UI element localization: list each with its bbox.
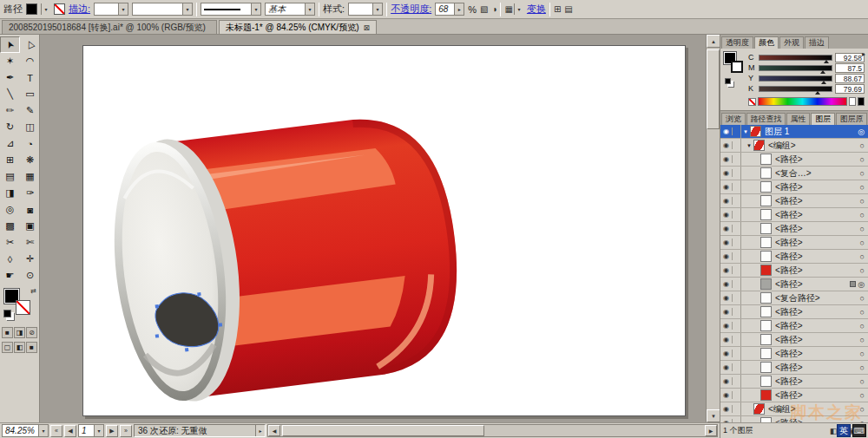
- eyedropper-tool[interactable]: ✑: [20, 185, 40, 201]
- channel-slider[interactable]: [759, 55, 832, 61]
- artboard[interactable]: [82, 45, 686, 416]
- lock-column[interactable]: [733, 416, 741, 422]
- lock-column[interactable]: [733, 361, 741, 374]
- target-circle-icon[interactable]: [860, 197, 865, 206]
- brush-dropdown[interactable]: ▾: [201, 3, 261, 16]
- slider-marker-icon[interactable]: [815, 91, 820, 95]
- slice-tool[interactable]: ✂: [0, 234, 20, 251]
- vertical-scrollbar[interactable]: ▲ ▼: [706, 35, 720, 422]
- line-segment-tool[interactable]: ╲: [0, 86, 20, 102]
- horizontal-scrollbar[interactable]: ◀ ▶: [267, 424, 718, 437]
- lock-column[interactable]: [733, 319, 741, 332]
- color-panel-stroke-swatch[interactable]: [731, 61, 743, 73]
- live-paint-selection-tool[interactable]: ▩: [0, 218, 20, 234]
- target-circle-icon[interactable]: [860, 336, 865, 344]
- visibility-eye-icon[interactable]: ◉: [720, 197, 733, 205]
- last-page-icon[interactable]: »: [120, 425, 132, 437]
- transform-link[interactable]: 变换: [527, 3, 546, 16]
- visibility-eye-icon[interactable]: ◉: [720, 336, 733, 343]
- chevron-down-icon[interactable]: ▾: [251, 3, 260, 15]
- canvas-area[interactable]: ▲ ▼: [40, 35, 720, 422]
- visibility-eye-icon[interactable]: ◉: [720, 127, 733, 135]
- none-swatch-icon[interactable]: [748, 98, 756, 106]
- graph-tool[interactable]: ▤: [0, 168, 20, 185]
- target-circle-icon[interactable]: [858, 280, 865, 289]
- opacity-mask-icon[interactable]: ◑: [491, 4, 496, 14]
- visibility-eye-icon[interactable]: ◉: [720, 239, 733, 246]
- visibility-eye-icon[interactable]: ◉: [720, 322, 733, 330]
- keyboard-icon[interactable]: ⌨: [852, 424, 866, 437]
- stroke-profile-dropdown[interactable]: ▾: [132, 3, 193, 16]
- target-circle-icon[interactable]: [860, 294, 865, 303]
- tab-layers[interactable]: 图层: [811, 113, 835, 125]
- target-circle-icon[interactable]: [860, 155, 865, 164]
- layer-row[interactable]: ◉ <路径>: [720, 416, 868, 422]
- expander-icon[interactable]: [741, 129, 750, 134]
- visibility-eye-icon[interactable]: ◉: [720, 405, 733, 413]
- eraser-tool[interactable]: ◊: [0, 251, 20, 267]
- opacity-input[interactable]: 68▸: [435, 3, 464, 16]
- rotate-tool[interactable]: ↻: [0, 119, 20, 135]
- channel-value-input[interactable]: 79.69: [835, 84, 865, 94]
- lock-column[interactable]: [733, 208, 741, 221]
- target-circle-icon[interactable]: [860, 350, 865, 358]
- visibility-eye-icon[interactable]: ◉: [720, 391, 733, 399]
- screen-mode-normal-button[interactable]: ▢: [2, 342, 13, 353]
- stroke-none-swatch[interactable]: [54, 3, 65, 15]
- tab-document-2[interactable]: 未标题-1* @ 84.25% (CMYK/预览) ⊠: [219, 20, 377, 34]
- visibility-eye-icon[interactable]: ◉: [720, 169, 733, 177]
- visibility-eye-icon[interactable]: ◉: [720, 141, 733, 149]
- visibility-eye-icon[interactable]: ◉: [720, 308, 733, 316]
- channel-value-input[interactable]: 92.58: [835, 53, 865, 62]
- target-circle-icon[interactable]: [860, 169, 865, 178]
- layer-row[interactable]: ◉ <路径>: [720, 194, 868, 208]
- chevron-right-icon[interactable]: ▸: [454, 3, 464, 15]
- appearance-dropdown[interactable]: 基本▾: [265, 3, 315, 16]
- tab-attributes[interactable]: 属性: [786, 113, 811, 125]
- fill-color-swatch[interactable]: [26, 3, 37, 15]
- reflect-tool[interactable]: ◫: [20, 119, 40, 135]
- default-fill-stroke-icon[interactable]: [3, 310, 11, 317]
- page-number-dropdown[interactable]: 1▾: [78, 424, 104, 437]
- tab-layer-comps[interactable]: 图层原: [836, 113, 867, 125]
- lock-column[interactable]: [733, 333, 741, 346]
- visibility-eye-icon[interactable]: ◉: [720, 252, 733, 260]
- horizontal-scroll-thumb[interactable]: [282, 425, 484, 436]
- panel-menu-icon[interactable]: ▸: [862, 50, 865, 58]
- channel-slider[interactable]: [759, 65, 832, 71]
- expander-icon[interactable]: [745, 143, 753, 148]
- chevron-down-icon[interactable]: ▾: [514, 3, 523, 15]
- layer-row[interactable]: ◉ <路径>: [720, 319, 868, 333]
- lock-column[interactable]: [733, 402, 741, 415]
- target-circle-icon[interactable]: [860, 377, 865, 386]
- layer-row[interactable]: ◉ <路径>: [720, 153, 868, 167]
- lock-column[interactable]: [733, 375, 741, 388]
- zoom-tool[interactable]: ⊙: [20, 267, 40, 284]
- rectangle-tool[interactable]: ▭: [20, 86, 40, 102]
- lock-column[interactable]: [733, 139, 741, 152]
- layer-row[interactable]: ◉ <编组>: [720, 139, 868, 153]
- layer-row[interactable]: ◉ <路径>: [720, 347, 868, 361]
- scale-tool[interactable]: ⊿: [0, 135, 20, 152]
- crop-area-tool[interactable]: ▣: [20, 218, 40, 234]
- mesh-tool[interactable]: ▦: [20, 168, 40, 185]
- scissors-tool[interactable]: ✄: [20, 234, 40, 251]
- layer-row[interactable]: ◉ <路径>: [720, 208, 868, 222]
- measure-tool[interactable]: ✛: [20, 251, 40, 267]
- layer-row[interactable]: ◉ <路径>: [720, 222, 868, 236]
- style-preview-icon[interactable]: ▧: [480, 4, 488, 14]
- gradient-tool[interactable]: ◨: [0, 185, 20, 201]
- tab-color[interactable]: 颜色: [754, 36, 779, 49]
- visibility-eye-icon[interactable]: ◉: [720, 266, 733, 274]
- screen-mode-menubar-button[interactable]: ◧: [14, 342, 25, 353]
- direct-selection-tool[interactable]: ▷: [20, 36, 40, 53]
- chevron-down-icon[interactable]: ▾: [38, 425, 48, 436]
- prev-page-icon[interactable]: ◀: [64, 425, 76, 437]
- lock-column[interactable]: [733, 305, 741, 318]
- layer-row[interactable]: ◉ <路径>: [720, 180, 868, 194]
- visibility-eye-icon[interactable]: ◉: [720, 280, 733, 288]
- lock-column[interactable]: [733, 250, 741, 263]
- chevron-down-icon[interactable]: ▾: [372, 3, 382, 15]
- tab-pathfinder[interactable]: 路径查找: [746, 113, 786, 125]
- layer-row-layer-1[interactable]: ◉ 图层 1: [720, 125, 868, 139]
